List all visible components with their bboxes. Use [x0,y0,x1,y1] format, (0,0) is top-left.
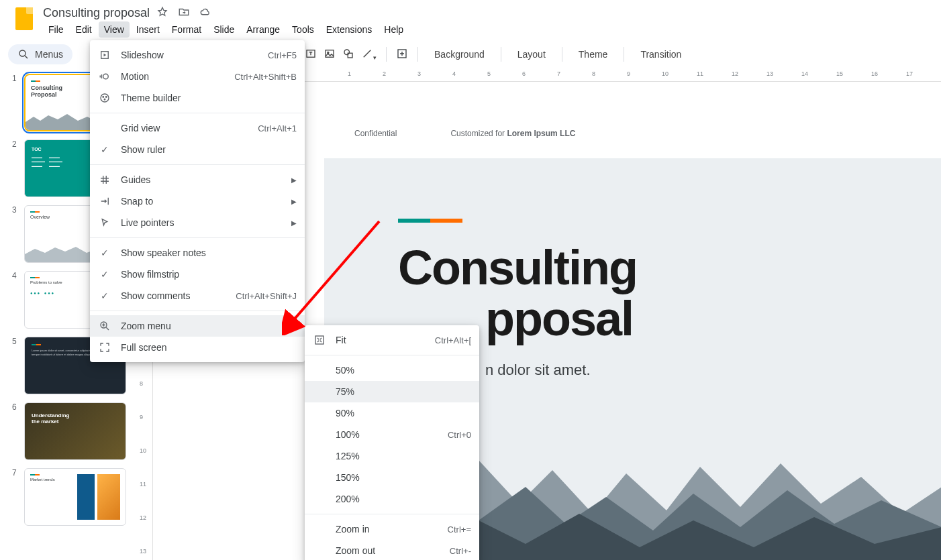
svg-rect-2 [326,50,334,57]
layout-button[interactable]: Layout [511,45,552,64]
svg-point-8 [103,74,109,79]
slide-thumb-6[interactable]: Understanding the market [24,402,126,460]
zoom-75[interactable]: 75% [305,381,479,402]
app-logo[interactable] [11,5,38,32]
background-button[interactable]: Background [428,45,491,64]
document-title[interactable]: Consulting proposal [43,6,150,20]
menu-theme-builder[interactable]: Theme builder [90,87,305,109]
menu-bar: File Edit View Insert Format Slide Arran… [43,21,930,38]
menu-view[interactable]: View [99,21,130,38]
check-icon: ✓ [98,144,111,155]
search-icon [17,48,30,60]
zoom-submenu: FitCtrl+Alt+[ 50% 75% 90% 100%Ctrl+0 125… [305,325,479,560]
menus-search-label: Menus [35,49,63,60]
zoom-icon [98,320,111,332]
cloud-status-icon[interactable] [199,6,211,20]
fullscreen-icon [98,341,111,353]
image-icon[interactable] [324,48,336,62]
menu-show-speaker-notes[interactable]: ✓Show speaker notes [90,242,305,264]
move-icon[interactable] [178,6,190,20]
star-icon[interactable] [156,6,168,20]
transition-button[interactable]: Transition [634,45,688,64]
menu-full-screen[interactable]: Full screen [90,337,305,358]
slide-customized: Customized for Lorem Ipsum LLC [450,129,575,138]
app-header: Consulting proposal File Edit View Inser… [0,0,941,40]
check-icon: ✓ [98,269,111,280]
zoom-90[interactable]: 90% [305,402,479,424]
zoom-150[interactable]: 150% [305,467,479,488]
slide-subtitle[interactable]: n dolor sit amet. [398,361,941,379]
menu-motion[interactable]: MotionCtrl+Alt+Shift+B [90,66,305,87]
menu-snap-to[interactable]: Snap to▶ [90,190,305,212]
slide-confidential: Confidential [354,129,397,138]
menu-help[interactable]: Help [379,21,409,38]
menu-show-ruler[interactable]: ✓Show ruler [90,139,305,160]
menu-format[interactable]: Format [166,21,207,38]
menu-tools[interactable]: Tools [287,21,319,38]
menu-slideshow[interactable]: SlideshowCtrl+F5 [90,44,305,66]
menu-file[interactable]: File [43,21,69,38]
menu-insert[interactable]: Insert [131,21,165,38]
zoom-in[interactable]: Zoom inCtrl+= [305,518,479,540]
menu-guides[interactable]: Guides▶ [90,169,305,190]
zoom-fit[interactable]: FitCtrl+Alt+[ [305,329,479,351]
svg-point-10 [103,97,104,98]
svg-point-12 [104,99,105,101]
theme-button[interactable]: Theme [572,45,615,64]
menu-show-comments[interactable]: ✓Show commentsCtrl+Alt+Shift+J [90,285,305,306]
menu-zoom[interactable]: Zoom menu▶ [90,315,305,337]
check-icon: ✓ [98,247,111,258]
slide-thumb-7[interactable]: Market trends [24,468,126,526]
fit-icon [313,334,326,346]
check-icon: ✓ [98,290,111,301]
menu-arrange[interactable]: Arrange [241,21,285,38]
svg-point-4 [344,50,350,55]
zoom-100[interactable]: 100%Ctrl+0 [305,424,479,445]
svg-point-0 [19,50,26,56]
slide-title[interactable]: Consulting pposal [398,243,941,344]
menu-live-pointers[interactable]: Live pointers▶ [90,212,305,233]
view-dropdown: SlideshowCtrl+F5 MotionCtrl+Alt+Shift+B … [90,40,305,362]
line-icon[interactable]: ▾ [361,48,377,62]
menu-edit[interactable]: Edit [70,21,97,38]
comment-add-icon[interactable] [396,48,408,62]
svg-point-9 [101,94,109,102]
zoom-200[interactable]: 200% [305,488,479,510]
menu-slide[interactable]: Slide [208,21,240,38]
svg-rect-14 [315,336,324,344]
menus-search[interactable]: Menus [8,44,72,64]
shape-icon[interactable] [342,48,354,62]
menu-grid-view[interactable]: Grid viewCtrl+Alt+1 [90,117,305,139]
accent-bar [398,219,462,223]
zoom-out[interactable]: Zoom outCtrl+- [305,540,479,560]
zoom-50[interactable]: 50% [305,359,479,381]
menu-show-filmstrip[interactable]: ✓Show filmstrip [90,264,305,285]
textbox-icon[interactable] [305,48,317,62]
zoom-125[interactable]: 125% [305,445,479,467]
svg-point-11 [106,97,107,98]
menu-extensions[interactable]: Extensions [321,21,377,38]
